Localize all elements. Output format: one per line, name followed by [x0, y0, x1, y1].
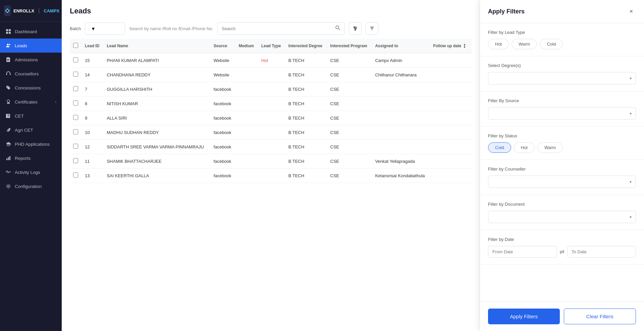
counsellor-select[interactable]: Campx Admin Venkat Yellapragada: [488, 176, 636, 188]
table-row: 15 PHANI KUMAR ALAMPATI Website Hot B TE…: [70, 53, 472, 68]
search-input[interactable]: [222, 26, 332, 31]
row-checkbox-cell[interactable]: [70, 96, 82, 111]
cell-degree: B TECH: [285, 82, 327, 96]
status-label: Filter by Status: [488, 133, 636, 138]
cell-followup: [430, 111, 472, 125]
row-checkbox[interactable]: [73, 57, 78, 62]
filter-tune-button[interactable]: [349, 22, 362, 35]
cell-followup: [430, 53, 472, 68]
select-all-header[interactable]: [70, 39, 82, 53]
cell-program: CSE: [327, 111, 372, 125]
row-checkbox[interactable]: [73, 115, 78, 120]
row-checkbox[interactable]: [73, 173, 78, 178]
from-date-field[interactable]: [492, 249, 552, 254]
cell-assigned: [372, 140, 430, 154]
cell-followup: [430, 96, 472, 111]
cell-lead-type: [258, 169, 285, 183]
document-select[interactable]: Aadhar Passport: [488, 211, 636, 223]
sidebar-item-counsellors[interactable]: Counsellors: [0, 67, 62, 81]
cell-lead-id: 11: [82, 154, 103, 169]
cell-lead-type: [258, 82, 285, 96]
counsellor-select-wrapper: Campx Admin Venkat Yellapragada: [488, 176, 636, 188]
cell-lead-name: ALLA SIRI: [103, 111, 210, 125]
graduation-icon: [5, 141, 11, 147]
clear-filters-button[interactable]: Clear Filters: [564, 309, 636, 324]
row-checkbox-cell[interactable]: [70, 111, 82, 125]
source-select[interactable]: Website Facebook: [488, 108, 636, 119]
sidebar-item-certificates[interactable]: Certificates ›: [0, 95, 62, 109]
table-row: 9 ALLA SIRI facebook B TECH CSE: [70, 111, 472, 125]
select-all-checkbox[interactable]: [73, 43, 78, 48]
cell-degree: B TECH: [285, 53, 327, 68]
svg-point-21: [336, 26, 339, 29]
row-checkbox-cell[interactable]: [70, 169, 82, 183]
row-checkbox-cell[interactable]: [70, 68, 82, 82]
chip-status-warm[interactable]: Warm: [537, 142, 563, 153]
degree-select[interactable]: B TECH M TECH MBA: [488, 72, 636, 84]
cell-program: CSE: [327, 82, 372, 96]
svg-rect-10: [10, 74, 11, 75]
status-chips: Cold Hot Warm: [488, 142, 636, 153]
table-row: 13 SAI KEERTHI GALLA facebook B TECH CSE…: [70, 169, 472, 183]
row-checkbox-cell[interactable]: [70, 53, 82, 68]
sidebar-item-concessions[interactable]: Concessions: [0, 81, 62, 95]
source-label: Filter By Source: [488, 98, 636, 103]
page-title: Leads: [70, 7, 472, 15]
cell-program: CSE: [327, 140, 372, 154]
batch-select[interactable]: ▾: [85, 22, 125, 35]
chip-warm[interactable]: Warm: [512, 39, 537, 49]
sidebar-dashboard-label: Dashboard: [15, 29, 37, 34]
row-checkbox[interactable]: [73, 101, 78, 106]
row-checkbox-cell[interactable]: [70, 154, 82, 169]
row-checkbox-cell[interactable]: [70, 140, 82, 154]
sidebar-item-agri-cet[interactable]: Agri CET: [0, 123, 62, 137]
sidebar-item-dashboard[interactable]: Dashboard: [0, 24, 62, 39]
search-box: [217, 22, 345, 35]
filter-date-section: Filter by Date ⇌: [480, 230, 644, 265]
sidebar-item-leads[interactable]: Leads: [0, 39, 62, 53]
filter-degree-section: Select Degree(s) B TECH M TECH MBA: [480, 56, 644, 91]
cell-medium: [235, 96, 258, 111]
sidebar-item-reports[interactable]: Reports: [0, 151, 62, 165]
sidebar-item-phd[interactable]: PHD Applications: [0, 137, 62, 151]
sort-button[interactable]: [366, 22, 378, 35]
sidebar-item-cet[interactable]: CET: [0, 109, 62, 123]
row-checkbox-cell[interactable]: [70, 82, 82, 96]
followup-sort[interactable]: Follow up date: [433, 44, 467, 48]
chip-hot[interactable]: Hot: [488, 39, 509, 49]
cell-medium: [235, 140, 258, 154]
lead-type-label: Filter by Lead Type: [488, 30, 636, 35]
cell-medium: [235, 111, 258, 125]
chip-cold[interactable]: Cold: [488, 142, 511, 153]
brand1-label: ENROLLX: [13, 8, 34, 13]
search-icon: [335, 25, 340, 32]
close-filters-button[interactable]: ×: [627, 7, 636, 16]
svg-rect-4: [9, 32, 11, 34]
cell-lead-id: 12: [82, 140, 103, 154]
row-checkbox[interactable]: [73, 144, 78, 149]
row-checkbox-cell[interactable]: [70, 125, 82, 140]
chip-cold[interactable]: Cold: [540, 39, 563, 49]
to-date-field[interactable]: [572, 249, 632, 254]
sidebar-nav: Dashboard Leads Admissions: [0, 22, 62, 331]
sidebar-item-configuration[interactable]: Configuration: [0, 179, 62, 193]
cell-assigned: [372, 96, 430, 111]
svg-rect-2: [9, 29, 11, 31]
cell-program: CSE: [327, 169, 372, 183]
sidebar-item-admissions[interactable]: Admissions: [0, 53, 62, 67]
cell-followup: [430, 140, 472, 154]
col-assigned: Assigned to: [372, 39, 430, 53]
chip-status-hot[interactable]: Hot: [514, 142, 535, 153]
cell-assigned: Ketansrisai Kondabathula: [372, 169, 430, 183]
cell-lead-type: [258, 68, 285, 82]
row-checkbox[interactable]: [73, 158, 78, 163]
file-text-icon: [5, 57, 11, 63]
row-checkbox[interactable]: [73, 86, 78, 91]
row-checkbox[interactable]: [73, 129, 78, 134]
row-checkbox[interactable]: [73, 72, 78, 77]
sidebar-item-activity[interactable]: Activity Logs: [0, 165, 62, 179]
apply-filters-button[interactable]: Apply Filters: [488, 309, 560, 324]
cell-lead-type: [258, 125, 285, 140]
cell-lead-name: SHAMIK BHATTACHARJEE: [103, 154, 210, 169]
sidebar-agri-cet-label: Agri CET: [15, 128, 33, 133]
